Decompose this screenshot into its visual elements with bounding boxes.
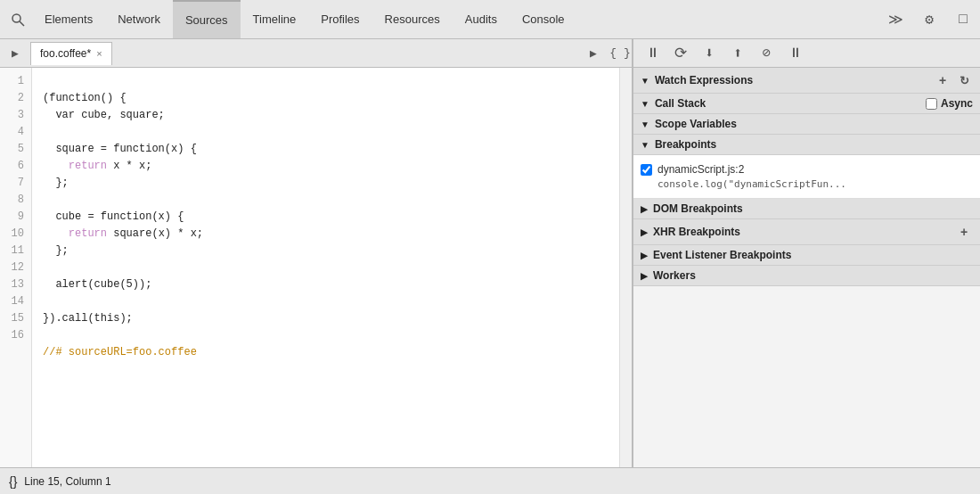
- file-tab-label: foo.coffee*: [40, 47, 91, 60]
- scope-variables-arrow: ▼: [641, 119, 649, 129]
- file-tab-foo-coffee[interactable]: foo.coffee* ×: [30, 42, 112, 65]
- watch-expressions-header[interactable]: ▼ Watch Expressions + ↻: [633, 68, 980, 94]
- tab-resources[interactable]: Resources: [372, 0, 453, 38]
- line-number: 2: [7, 90, 24, 107]
- event-listener-breakpoints-arrow: ▶: [641, 251, 648, 260]
- workers-label: Workers: [653, 269, 696, 282]
- line-number: 5: [7, 141, 24, 158]
- search-button[interactable]: [4, 5, 32, 34]
- settings-icon[interactable]: ⚙: [916, 6, 943, 33]
- step-over-button[interactable]: ⟳: [669, 42, 692, 65]
- line-number: 9: [7, 209, 24, 226]
- dom-breakpoints-arrow: ▶: [641, 204, 648, 214]
- call-stack-arrow: ▼: [641, 99, 649, 109]
- scrollbar[interactable]: [619, 68, 632, 467]
- top-nav: Elements Network Sources Timeline Profil…: [0, 0, 980, 39]
- line-number: 3: [7, 107, 24, 124]
- nav-right-controls: ≫ ⚙ □: [882, 6, 976, 33]
- tab-network[interactable]: Network: [105, 0, 173, 38]
- xhr-breakpoints-header[interactable]: ▶ XHR Breakpoints +: [633, 219, 980, 245]
- step-into-button[interactable]: ⬇: [698, 42, 721, 65]
- status-icon: {}: [9, 474, 17, 489]
- line-number: 16: [7, 327, 24, 344]
- line-numbers: 1 2 3 4 5 6 7 8 9 10 11 12 13 14 15 16: [0, 68, 32, 467]
- scope-variables-header[interactable]: ▼ Scope Variables: [633, 114, 980, 135]
- watch-expressions-controls: + ↻: [934, 71, 973, 89]
- xhr-breakpoints-arrow: ▶: [641, 227, 648, 237]
- dock-icon[interactable]: □: [950, 6, 976, 33]
- execute-icon[interactable]: ≫: [882, 6, 909, 33]
- format-button[interactable]: { }: [608, 42, 632, 65]
- step-out-button[interactable]: ⬆: [726, 42, 749, 65]
- call-stack-header[interactable]: ▼ Call Stack Async: [633, 94, 980, 114]
- svg-line-1: [20, 21, 24, 26]
- async-label: Async: [926, 97, 973, 110]
- async-text: Async: [941, 97, 973, 110]
- async-checkbox[interactable]: [926, 98, 937, 110]
- line-number: 7: [7, 175, 24, 192]
- breakpoint-item: dynamicScript.js:2 console.log("dynamicS…: [641, 159, 973, 194]
- debug-toolbar: ⏸ ⟳ ⬇ ⬆ ⊘ ⏸: [633, 39, 980, 68]
- pause-button[interactable]: ⏸: [641, 42, 664, 65]
- breakpoints-header[interactable]: ▼ Breakpoints: [633, 135, 980, 155]
- line-number: 6: [7, 158, 24, 175]
- tab-profiles[interactable]: Profiles: [308, 0, 372, 38]
- tab-sources[interactable]: Sources: [173, 0, 241, 38]
- code-content[interactable]: (function() { var cube, square; square =…: [32, 68, 619, 467]
- breakpoint-file: dynamicScript.js:2: [657, 162, 846, 177]
- line-number: 13: [7, 276, 24, 293]
- watch-refresh-button[interactable]: ↻: [955, 71, 973, 89]
- file-tab-close-button[interactable]: ×: [96, 48, 102, 59]
- tab-console[interactable]: Console: [510, 0, 577, 38]
- run-script-button[interactable]: ▶: [582, 42, 605, 65]
- watch-expressions-arrow: ▼: [641, 76, 649, 86]
- status-text: Line 15, Column 1: [24, 475, 110, 488]
- breakpoints-arrow: ▼: [641, 140, 649, 150]
- line-number: 14: [7, 293, 24, 310]
- call-stack-label: Call Stack: [655, 97, 706, 110]
- main-area: ▶ foo.coffee* × ▶ { } 1 2 3 4 5 6 7 8 9: [0, 39, 980, 467]
- line-number: 12: [7, 259, 24, 276]
- xhr-breakpoints-label: XHR Breakpoints: [653, 226, 740, 238]
- xhr-add-button[interactable]: +: [955, 223, 973, 241]
- watch-add-button[interactable]: +: [934, 71, 951, 89]
- workers-header[interactable]: ▶ Workers: [633, 266, 980, 286]
- line-number: 4: [7, 124, 24, 141]
- line-number: 8: [7, 192, 24, 209]
- dom-breakpoints-label: DOM Breakpoints: [653, 202, 743, 215]
- breakpoints-body: dynamicScript.js:2 console.log("dynamicS…: [633, 155, 980, 199]
- breakpoints-label: Breakpoints: [655, 138, 716, 151]
- tab-audits[interactable]: Audits: [453, 0, 510, 38]
- scope-variables-label: Scope Variables: [655, 118, 737, 130]
- breakpoint-code: console.log("dynamicScriptFun...: [657, 177, 846, 191]
- file-tabs: ▶ foo.coffee* × ▶ { }: [0, 39, 632, 68]
- deactivate-breakpoints-button[interactable]: ⊘: [755, 42, 778, 65]
- event-listener-breakpoints-label: Event Listener Breakpoints: [653, 249, 791, 261]
- workers-arrow: ▶: [641, 271, 648, 281]
- right-panel: ⏸ ⟳ ⬇ ⬆ ⊘ ⏸ ▼ Watch Expressions + ↻ ▼ Ca…: [633, 39, 980, 467]
- code-editor: 1 2 3 4 5 6 7 8 9 10 11 12 13 14 15 16 (…: [0, 68, 632, 467]
- line-number: 1: [7, 73, 24, 90]
- breakpoint-text: dynamicScript.js:2 console.log("dynamicS…: [657, 162, 846, 191]
- breakpoint-checkbox[interactable]: [641, 164, 652, 176]
- tab-timeline[interactable]: Timeline: [241, 0, 309, 38]
- line-number: 15: [7, 310, 24, 327]
- xhr-breakpoints-controls: +: [955, 223, 973, 241]
- tab-elements[interactable]: Elements: [32, 0, 105, 38]
- event-listener-breakpoints-header[interactable]: ▶ Event Listener Breakpoints: [633, 245, 980, 266]
- sidebar-content: ▼ Watch Expressions + ↻ ▼ Call Stack Asy…: [633, 68, 980, 467]
- svg-point-0: [12, 14, 20, 22]
- dom-breakpoints-header[interactable]: ▶ DOM Breakpoints: [633, 199, 980, 219]
- file-tab-controls: ▶ { }: [582, 42, 632, 65]
- pause-on-exceptions-button[interactable]: ⏸: [783, 42, 806, 65]
- line-number: 10: [7, 226, 24, 243]
- status-bar: {} Line 15, Column 1: [0, 467, 980, 494]
- watch-expressions-label: Watch Expressions: [655, 74, 753, 86]
- toggle-sidebar-button[interactable]: ▶: [4, 42, 27, 65]
- line-number: 11: [7, 243, 24, 259]
- left-panel: ▶ foo.coffee* × ▶ { } 1 2 3 4 5 6 7 8 9: [0, 39, 633, 467]
